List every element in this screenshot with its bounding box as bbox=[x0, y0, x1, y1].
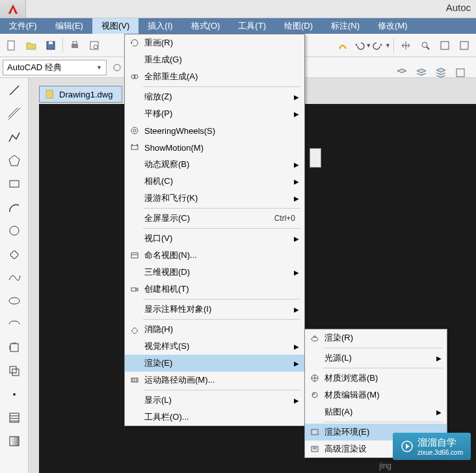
menu-create-camera[interactable]: 创建相机(T) bbox=[125, 281, 304, 298]
play-icon bbox=[401, 440, 414, 453]
menu-show-motion[interactable]: ShowMotion(M) bbox=[125, 139, 304, 156]
svg-rect-21 bbox=[10, 366, 16, 373]
gradient-tool[interactable] bbox=[5, 431, 24, 451]
svg-rect-36 bbox=[137, 144, 138, 146]
hatch-tool[interactable] bbox=[5, 408, 24, 428]
menu-edit[interactable]: 编辑(E) bbox=[46, 18, 92, 34]
new-button[interactable] bbox=[3, 36, 21, 55]
canvas-marker bbox=[310, 148, 321, 168]
preview-button[interactable] bbox=[85, 36, 103, 55]
svg-point-11 bbox=[114, 64, 120, 71]
ellipse-arc-tool[interactable] bbox=[5, 314, 24, 334]
svg-rect-17 bbox=[10, 181, 19, 187]
toolbar-icon-c[interactable] bbox=[455, 36, 473, 55]
ellipse-tool[interactable] bbox=[5, 291, 24, 311]
svg-point-32 bbox=[131, 127, 138, 134]
svg-rect-9 bbox=[441, 42, 449, 49]
menu-steering-wheels[interactable]: SteeringWheels(S) bbox=[125, 122, 304, 139]
svg-point-33 bbox=[133, 129, 136, 132]
menu-motion-path-animation[interactable]: 运动路径动画(M)... bbox=[125, 372, 304, 389]
menu-separator bbox=[143, 299, 300, 300]
undo-button[interactable]: ▼ bbox=[353, 40, 371, 51]
menu-3d-views[interactable]: 三维视图(D)▶ bbox=[125, 264, 304, 281]
construction-line-tool[interactable] bbox=[5, 104, 24, 123]
menu-separator bbox=[323, 368, 443, 368]
menu-insert[interactable]: 插入(I) bbox=[139, 18, 181, 34]
menu-tools[interactable]: 工具(T) bbox=[229, 18, 275, 34]
redo-button[interactable]: ▼ bbox=[373, 40, 391, 51]
submenu-mapping[interactable]: 贴图(A)▶ bbox=[305, 403, 447, 420]
watermark-brand: 溜溜自学 bbox=[417, 437, 456, 448]
revision-cloud-tool[interactable] bbox=[5, 244, 24, 264]
make-block-tool[interactable] bbox=[5, 361, 24, 381]
menu-walk-fly[interactable]: 漫游和飞行(K)▶ bbox=[125, 190, 304, 207]
menu-orbit[interactable]: 动态观察(B)▶ bbox=[125, 156, 304, 173]
polygon-tool[interactable] bbox=[5, 151, 24, 170]
svg-rect-10 bbox=[460, 42, 468, 49]
menu-format[interactable]: 格式(O) bbox=[182, 18, 230, 34]
watermark: 溜溜自学 zixue.3d66.com bbox=[393, 433, 471, 460]
svg-rect-34 bbox=[131, 146, 138, 149]
menu-pan[interactable]: 平移(P)▶ bbox=[125, 105, 304, 122]
workspace-combo[interactable]: AutoCAD 经典 ▼ bbox=[3, 60, 107, 75]
menu-modify[interactable]: 修改(M) bbox=[369, 18, 417, 34]
view-menu-dropdown: 重画(R) 重生成(G) 全部重生成(A) 缩放(Z)▶ 平移(P)▶ Stee… bbox=[124, 34, 305, 426]
menu-file[interactable]: 文件(F) bbox=[0, 18, 46, 34]
submenu-materials-browser[interactable]: 材质浏览器(B) bbox=[305, 370, 447, 387]
menu-separator bbox=[323, 348, 443, 348]
menu-display[interactable]: 显示(L)▶ bbox=[125, 392, 304, 409]
menu-viewports[interactable]: 视口(V)▶ bbox=[125, 230, 304, 247]
open-button[interactable] bbox=[22, 36, 40, 55]
insert-block-tool[interactable] bbox=[5, 338, 24, 357]
pan-button[interactable] bbox=[397, 36, 415, 55]
toolbar-icon-b[interactable] bbox=[436, 36, 454, 55]
print-button[interactable] bbox=[66, 36, 84, 55]
menu-named-views[interactable]: 命名视图(N)... bbox=[125, 247, 304, 264]
svg-rect-20 bbox=[10, 344, 18, 352]
arc-tool[interactable] bbox=[5, 198, 24, 217]
menu-separator bbox=[143, 390, 300, 390]
workspace-settings-button[interactable] bbox=[108, 58, 126, 77]
svg-rect-22 bbox=[12, 369, 19, 376]
save-button[interactable] bbox=[42, 36, 60, 55]
svg-rect-2 bbox=[49, 42, 53, 44]
menu-view[interactable]: 视图(V) bbox=[92, 18, 139, 34]
circle-tool[interactable] bbox=[5, 221, 24, 240]
menu-draw[interactable]: 绘图(D) bbox=[275, 18, 322, 34]
menu-annotative-display[interactable]: 显示注释性对象(I)▶ bbox=[125, 301, 304, 318]
spline-tool[interactable] bbox=[5, 268, 24, 287]
menu-regen-all[interactable]: 全部重生成(A) bbox=[125, 68, 304, 85]
svg-point-44 bbox=[311, 337, 318, 341]
zoom-button[interactable] bbox=[416, 36, 434, 55]
menu-toolbars[interactable]: 工具栏(O)... bbox=[125, 409, 304, 426]
toolbar-icon-a[interactable] bbox=[334, 36, 352, 55]
separator bbox=[393, 38, 394, 53]
jing-text: jing bbox=[379, 461, 391, 470]
menu-visual-styles[interactable]: 视觉样式(S)▶ bbox=[125, 338, 304, 355]
menu-render[interactable]: 渲染(E)▶ bbox=[125, 355, 304, 372]
submenu-render[interactable]: 渲染(R) bbox=[305, 329, 447, 346]
menu-zoom[interactable]: 缩放(Z)▶ bbox=[125, 88, 304, 105]
submenu-arrow-icon: ▶ bbox=[294, 94, 299, 101]
rectangle-tool[interactable] bbox=[5, 174, 24, 194]
polyline-tool[interactable] bbox=[5, 127, 24, 147]
menu-dimension[interactable]: 标注(N) bbox=[322, 18, 369, 34]
menu-camera[interactable]: 相机(C)▶ bbox=[125, 173, 304, 190]
menu-separator bbox=[323, 422, 443, 422]
point-tool[interactable] bbox=[5, 385, 24, 404]
submenu-arrow-icon: ▶ bbox=[294, 343, 299, 350]
submenu-materials-editor[interactable]: 材质编辑器(M) bbox=[305, 387, 447, 403]
menu-hide[interactable]: 消隐(H) bbox=[125, 321, 304, 338]
drawing-tab[interactable]: Drawing1.dwg bbox=[39, 86, 122, 103]
app-logo[interactable] bbox=[0, 0, 26, 18]
svg-rect-39 bbox=[131, 288, 136, 291]
menu-redraw[interactable]: 重画(R) bbox=[125, 34, 304, 51]
menu-regen[interactable]: 重生成(G) bbox=[125, 51, 304, 68]
svg-rect-29 bbox=[46, 90, 53, 98]
submenu-light[interactable]: 光源(L)▶ bbox=[305, 350, 447, 366]
menu-clean-screen[interactable]: 全屏显示(C)Ctrl+0 bbox=[125, 210, 304, 227]
line-tool[interactable] bbox=[5, 81, 24, 100]
svg-point-18 bbox=[10, 226, 19, 235]
submenu-arrow-icon: ▶ bbox=[294, 306, 299, 313]
submenu-arrow-icon: ▶ bbox=[294, 397, 299, 404]
